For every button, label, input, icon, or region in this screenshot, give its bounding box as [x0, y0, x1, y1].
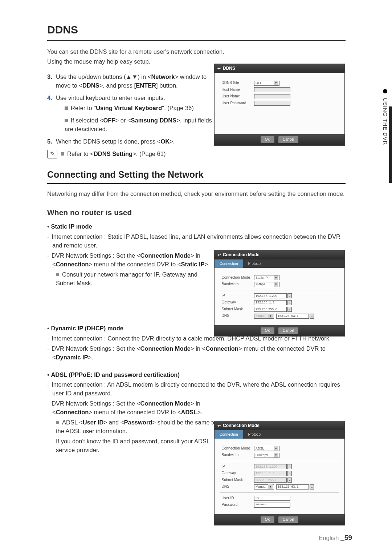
fig-row: · Gateway192.168. 1. 1 — [220, 300, 339, 305]
cancel-button[interactable]: Cancel — [278, 136, 298, 143]
fig-ddns-title: DDNS — [215, 64, 344, 73]
cancel-button[interactable]: Cancel — [278, 327, 298, 334]
heading-ddns: DDNS — [47, 22, 346, 41]
fig-row: · DDNS SiteOFF — [220, 80, 339, 86]
back-icon — [217, 423, 221, 429]
fig-footer: OK Cancel — [215, 325, 344, 337]
fig-row: · Host Name — [220, 87, 339, 93]
fig-conn-title: Connection Mode — [215, 421, 344, 430]
fig-row: · Gateway192.168. 1. 1 — [220, 471, 339, 476]
dhcp-line2: DVR Network Settings : Set the <Connecti… — [47, 345, 346, 362]
figure-conn-static: Connection Mode Connection Protocol · Co… — [214, 250, 345, 337]
note-text: Refer to <DDNS Setting>. (Page 61) — [61, 150, 166, 158]
square-bullet-icon — [56, 273, 59, 276]
step-4-num: 4. — [47, 94, 52, 102]
back-icon — [217, 252, 221, 258]
ok-button[interactable]: OK — [261, 327, 274, 334]
userid-input[interactable]: ID — [254, 496, 290, 501]
subnet-input[interactable]: 255.255.255. 0 — [254, 307, 287, 312]
dns-input[interactable]: 168.126. 63. 1 — [276, 314, 309, 319]
step-4-sub-1: Refer to "Using Virtual Keyboard". (Page… — [65, 104, 221, 113]
gateway-input: 192.168. 1. 1 — [254, 471, 287, 476]
host-name-input[interactable] — [254, 87, 290, 92]
stepper-icon — [287, 478, 292, 483]
ok-button[interactable]: OK — [261, 516, 274, 523]
separator — [220, 492, 339, 493]
square-bullet-icon — [61, 152, 64, 156]
static-line2: DVR Network Settings : Set the <Connecti… — [47, 251, 218, 269]
adsl-line1: Internet connection : An ADSL modem is d… — [47, 380, 346, 398]
cancel-button[interactable]: Cancel — [278, 516, 298, 523]
heading-connecting: Connecting and Setting the Network — [47, 168, 346, 184]
stepper-icon[interactable] — [310, 484, 314, 489]
square-bullet-icon — [65, 119, 68, 122]
ok-button[interactable]: OK — [261, 136, 274, 143]
figure-ddns: DDNS · DDNS SiteOFF · Host Name · User N… — [214, 64, 345, 146]
fig-tabs: Connection Protocol — [215, 259, 344, 268]
fig-row: · Bandwidth2Mbps — [220, 282, 339, 287]
stepper-icon[interactable] — [310, 314, 314, 319]
fig-row: · User IDID — [220, 496, 339, 501]
step-5: 5. When the DDNS setup is done, press <O… — [47, 137, 221, 146]
stepper-icon — [287, 471, 292, 476]
password-input[interactable]: ******** — [254, 503, 290, 508]
adsl-sub-1: ADSL <User ID> and <Password> should be … — [56, 418, 218, 455]
step-3: 3. Use the up/down buttons (▲▼) in <Netw… — [47, 73, 221, 90]
user-password-input[interactable] — [254, 101, 290, 106]
page-footer: English _59 — [319, 533, 352, 543]
fig-row: · Connection ModeADSL — [220, 446, 339, 451]
gateway-input[interactable]: 192.168. 1. 1 — [254, 300, 287, 305]
ip-input[interactable]: 192.168. 1.200 — [254, 293, 287, 298]
footer-lang: English — [319, 535, 340, 541]
dns-mode-select[interactable]: Manual — [254, 484, 274, 489]
net-intro: Networking may differ from the connectio… — [47, 190, 346, 198]
back-icon — [217, 65, 221, 72]
fig-conn-title: Connection Mode — [215, 250, 344, 259]
user-name-input[interactable] — [254, 94, 290, 99]
bandwidth-select[interactable]: 600kbps — [254, 453, 279, 458]
fig-row: · User Name — [220, 94, 339, 99]
ddns-site-select[interactable]: OFF — [254, 81, 279, 86]
fig-row: · DNSManual168.126. 63. 1 — [220, 313, 339, 319]
tab-connection[interactable]: Connection — [215, 430, 243, 439]
separator — [220, 290, 339, 290]
conn-mode-select[interactable]: Static IP — [254, 275, 279, 280]
ddns-intro-1: You can set the DDNS site for a remote u… — [47, 48, 352, 56]
fig-ddns-body: · DDNS SiteOFF · Host Name · User Name ·… — [215, 73, 344, 134]
figure-conn-adsl: Connection Mode Connection Protocol · Co… — [214, 421, 345, 525]
static-title: Static IP mode — [47, 222, 352, 231]
fig-row: · Password******** — [220, 502, 339, 508]
tab-protocol[interactable]: Protocol — [243, 430, 267, 439]
dns-input[interactable]: 168.126. 63. 1 — [276, 484, 309, 489]
conn-mode-select[interactable]: ADSL — [254, 446, 279, 451]
static-sub: Consult your network manager for IP, Gat… — [47, 270, 218, 288]
separator — [220, 461, 339, 461]
fig-row: · Bandwidth600kbps — [220, 452, 339, 458]
fig-footer: OK Cancel — [215, 514, 344, 525]
adsl-subs: ADSL <User ID> and <Password> should be … — [47, 418, 218, 455]
step-5-num: 5. — [47, 137, 52, 146]
footer-page: _59 — [340, 534, 352, 541]
stepper-icon[interactable] — [287, 300, 292, 305]
square-bullet-icon — [56, 421, 59, 424]
fig-row: · DNSManual168.126. 63. 1 — [220, 484, 339, 489]
note-box: Refer to <DDNS Setting>. (Page 61) — [47, 150, 221, 158]
subnet-input: 255.255.255. 0 — [254, 478, 287, 483]
stepper-icon[interactable] — [287, 293, 292, 298]
step-4-sub-2: If selected <OFF> or <Samsung DDNS>, inp… — [65, 116, 221, 134]
tab-protocol[interactable]: Protocol — [243, 259, 267, 268]
tab-connection[interactable]: Connection — [215, 259, 243, 268]
step-3-num: 3. — [47, 73, 52, 81]
static-line1: Internet connection : Static IP ADSL, le… — [47, 233, 346, 250]
ip-input: 192.168. 1.200 — [254, 464, 287, 469]
steps-list: 3. Use the up/down buttons (▲▼) in <Netw… — [47, 73, 221, 146]
fig-body: · Connection ModeADSL · Bandwidth600kbps… — [215, 439, 344, 514]
bandwidth-select[interactable]: 2Mbps — [254, 282, 279, 287]
stepper-icon[interactable] — [287, 307, 292, 312]
step-3-text: Use the up/down buttons (▲▼) in <Network… — [56, 73, 207, 89]
dns-mode-select[interactable]: Manual — [254, 314, 274, 319]
stepper-icon — [287, 464, 292, 469]
note-icon — [47, 150, 57, 158]
steps-column: 3. Use the up/down buttons (▲▼) in <Netw… — [47, 73, 221, 158]
fig-footer: OK Cancel — [215, 134, 344, 145]
